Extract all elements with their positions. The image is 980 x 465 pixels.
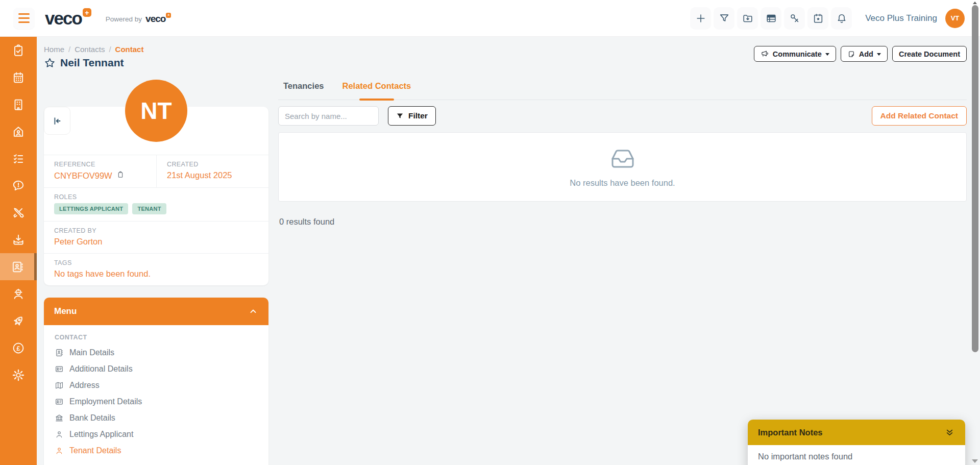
copy-reference-button[interactable] [116,170,125,181]
access-key-button[interactable] [784,7,805,30]
search-input[interactable] [278,106,379,126]
menu-panel-header[interactable]: Menu [44,298,268,325]
tabs-row: Tenancies Related Contacts [278,80,967,100]
topbar: veco + Powered by veco + [0,0,980,37]
menu-item-bank-details[interactable]: Bank Details [52,410,260,426]
tab-tenancies[interactable]: Tenancies [283,81,324,91]
created-by-value-link[interactable]: Peter Gorton [54,237,258,247]
powered-logo-text: veco [145,14,165,23]
created-by-label: CREATED BY [54,227,258,234]
created-value[interactable]: 21st August 2025 [167,170,259,180]
svg-text:£: £ [17,345,20,352]
table-view-button[interactable] [761,7,781,30]
create-document-button[interactable]: Create Document [892,46,967,62]
sidebar-item-tools[interactable] [0,199,37,226]
filter-button-topbar[interactable] [714,7,734,30]
add-label: Add [859,50,873,58]
app-root: veco + Powered by veco + [0,0,980,465]
pound-circle-icon: £ [12,341,25,355]
house-user-icon [12,125,25,138]
sidebar-item-import[interactable] [0,226,37,253]
contact-summary-column: NT REFERENCE CNYBFOV99W [44,80,268,465]
chevron-down-icon [877,53,881,56]
menu-section-contact: CONTACT [55,334,260,341]
sidebar-item-contact-book[interactable] [0,253,37,280]
menu-item-address[interactable]: Address [52,377,260,394]
add-related-contact-button[interactable]: Add Related Contact [872,106,967,126]
empty-inbox-icon [610,146,635,171]
task-list-icon [12,152,25,165]
folder-download-button[interactable] [737,7,758,30]
breadcrumb-contact: Contact [115,45,144,54]
filter-button[interactable]: Filter [388,106,436,126]
created-by-row: CREATED BY Peter Gorton [44,221,268,253]
account-name[interactable]: Veco Plus Training [865,13,937,23]
menu-item-tenant-details[interactable]: Tenant Details [52,443,260,459]
id-card-icon [55,364,64,374]
menu-panel: Menu CONTACT Main Details Additional Det… [44,298,268,465]
sidebar-item-pound[interactable]: £ [0,334,37,361]
menu-item-lettings-applicant[interactable]: Lettings Applicant [52,426,260,443]
reference-value-link[interactable]: CNYBFOV99W [54,171,112,181]
tags-empty-message: No tags have been found. [54,269,258,279]
plus-button[interactable] [690,7,711,30]
comment-alert-icon [12,179,25,192]
reference-created-row: REFERENCE CNYBFOV99W CREATED 21st August… [44,155,268,187]
header-actions: Communicate Add Create Document [754,46,967,62]
notifications-button[interactable] [831,7,852,30]
sidebar-item-contractor[interactable] [0,280,37,307]
menu-item-label: Employment Details [69,397,142,406]
breadcrumb: Home / Contacts / Contact [44,45,143,54]
powered-logo-plus-badge: + [166,13,171,18]
sidebar-item-settings[interactable] [0,361,37,388]
user-avatar[interactable]: VT [945,9,965,28]
menu-item-employment-details[interactable]: Employment Details [52,394,260,410]
menu-panel-body: CONTACT Main Details Additional Details … [44,325,268,465]
create-document-label: Create Document [899,50,960,58]
breadcrumb-contacts[interactable]: Contacts [75,45,105,54]
important-notes-header[interactable]: Important Notes [748,420,965,445]
person-icon [55,430,64,439]
menu-item-additional-details[interactable]: Additional Details [52,361,260,377]
menu-item-main-details[interactable]: Main Details [52,345,260,361]
scrollbar-thumb[interactable] [972,5,978,352]
person-icon [55,446,64,455]
breadcrumb-home[interactable]: Home [44,45,64,54]
favourite-star-icon[interactable] [44,57,56,69]
sidebar-item-comment-alert[interactable] [0,172,37,199]
calendar-icon [12,71,25,84]
role-badge-tenant: TENANT [132,203,166,214]
menu-item-label: Additional Details [69,364,133,374]
vertical-scrollbar[interactable] [970,0,980,465]
filter-funnel-icon [396,112,404,120]
scroll-down-arrow-icon[interactable] [972,459,978,463]
calendar-star-icon [813,13,824,24]
veco-logo[interactable]: veco + [45,9,91,27]
role-badges: LETTINGS APPLICANT TENANT [54,203,258,214]
sidebar-item-clipboard-check[interactable] [0,37,37,64]
roles-label: ROLES [54,193,258,201]
sidebar-item-calendar[interactable] [0,64,37,91]
tab-related-contacts[interactable]: Related Contacts [342,81,411,91]
menu-item-label: Tenant Details [69,446,121,455]
sidebar-item-house-user[interactable] [0,118,37,145]
related-contacts-controls: Filter Add Related Contact [278,106,967,126]
sidebar-item-building[interactable] [0,91,37,118]
collapse-left-icon [52,115,63,127]
results-empty-state: No results have been found. [278,132,967,202]
add-button[interactable]: Add [841,46,888,62]
hamburger-menu-button[interactable] [13,8,35,29]
diary-button[interactable] [807,7,828,30]
bell-icon [836,13,847,24]
sidebar-nav: £ [0,37,37,465]
sidebar-item-rocket[interactable] [0,307,37,334]
communicate-button[interactable]: Communicate [754,46,836,62]
breadcrumb-separator: / [68,45,70,54]
important-notes-body: No important notes found [748,445,965,465]
reference-label: REFERENCE [54,161,147,168]
scroll-up-arrow-icon[interactable] [973,2,977,4]
sidebar-item-task-list[interactable] [0,145,37,172]
collapse-panel-button[interactable] [44,107,70,135]
page-header-left: Home / Contacts / Contact Neil Tennant [44,45,143,69]
key-icon [789,13,800,24]
